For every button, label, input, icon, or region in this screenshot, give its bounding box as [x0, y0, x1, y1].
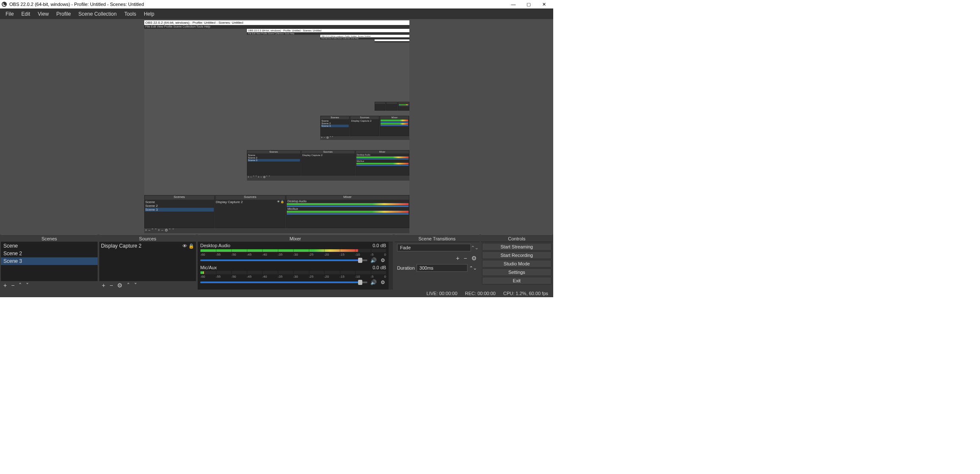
obs-logo-icon — [2, 2, 7, 7]
controls-header: Controls — [481, 234, 552, 242]
volume-slider[interactable] — [200, 282, 367, 283]
controls-panel: Controls Start Streaming Start Recording… — [481, 234, 552, 290]
scene-item[interactable]: Scene — [1, 242, 98, 250]
audio-meter — [200, 271, 386, 274]
close-button[interactable]: ✕ — [536, 0, 552, 8]
remove-source-button[interactable]: − — [109, 282, 113, 289]
mini-preview-1: OBS 22.0.2 (64-bit, windows) - Profile: … — [144, 29, 409, 195]
menu-file[interactable]: File — [2, 9, 17, 19]
mixer-panel: Mixer Desktop Audio 0.0 dB — [198, 234, 393, 290]
duration-label: Duration — [397, 265, 415, 270]
start-recording-button[interactable]: Start Recording — [482, 251, 552, 259]
mini-preview-4 — [375, 42, 409, 102]
scenes-toolbar: + − ˄ ˅ — [1, 281, 98, 290]
transition-properties-button[interactable]: ⚙ — [471, 255, 477, 262]
mini-tool-3: + − ⚙ ˄ ˅ — [320, 136, 409, 139]
obs-window: OBS 22.0.2 (64-bit, windows) - Profile: … — [0, 0, 553, 297]
mute-button-icon[interactable]: 🔊 — [370, 279, 377, 285]
duration-input[interactable]: 300ms — [417, 264, 468, 272]
add-scene-button[interactable]: + — [3, 282, 7, 289]
scenes-header: Scenes — [1, 234, 98, 242]
source-item[interactable]: Display Capture 2 👁 🔒 — [99, 242, 196, 250]
transition-value: Fade — [397, 244, 471, 251]
track-settings-icon[interactable]: ⚙ — [379, 279, 386, 285]
mini-preview-2: OBS 22.0.2 (64-bit, windows) - Profile: … — [247, 35, 409, 150]
mini-sources-hdr-3: Sources — [350, 116, 379, 119]
titlebar: OBS 22.0.2 (64-bit, windows) - Profile: … — [0, 0, 553, 8]
scene-down-button[interactable]: ˅ — [26, 282, 29, 289]
scene-item[interactable]: Scene 3 — [1, 257, 98, 265]
source-properties-button[interactable]: ⚙ — [117, 282, 123, 289]
menu-tools[interactable]: Tools — [120, 9, 140, 19]
mini-sources-hdr-1: Sources — [216, 195, 285, 200]
menu-view[interactable]: View — [34, 9, 53, 19]
sources-list[interactable]: Display Capture 2 👁 🔒 — [99, 242, 196, 281]
menu-scene-collection[interactable]: Scene Collection — [75, 9, 120, 19]
db-scale: -60-55-50-45-40-35-30-25-20-15-10-50 — [200, 253, 386, 257]
remove-transition-button[interactable]: − — [464, 255, 467, 262]
window-title: OBS 22.0.2 (64-bit, windows) - Profile: … — [9, 2, 506, 7]
mixer-scrollbar[interactable] — [389, 242, 393, 290]
mini-scenes-hdr-1: Scenes — [145, 195, 214, 200]
mini-title-1: OBS 22.0.2 (64-bit, windows) - Profile: … — [144, 20, 409, 25]
scene-item[interactable]: Scene 2 — [1, 250, 98, 257]
mini-tool-1: + − ˄ ˅ + − ⚙ ˄ ˅ — [144, 228, 409, 233]
transition-select[interactable]: Fade ⌃⌄ — [397, 244, 477, 251]
exit-button[interactable]: Exit — [482, 277, 552, 284]
start-streaming-button[interactable]: Start Streaming — [482, 243, 552, 251]
minimize-button[interactable]: — — [506, 0, 521, 8]
status-rec: REC: 00:00:00 — [465, 291, 496, 296]
scene-up-button[interactable]: ˄ — [19, 282, 22, 289]
track-settings-icon[interactable]: ⚙ — [379, 257, 386, 263]
add-transition-button[interactable]: + — [456, 255, 459, 262]
remove-scene-button[interactable]: − — [11, 282, 14, 289]
lock-toggle-icon[interactable]: 🔒 — [188, 243, 194, 249]
mini-mixer-hdr-1: Mixer — [286, 195, 409, 200]
maximize-button[interactable]: ▢ — [521, 0, 536, 8]
mute-button-icon[interactable]: 🔊 — [370, 257, 377, 263]
mini-menu-1: File Edit View Profile Scene Collection … — [144, 25, 409, 29]
scenes-list[interactable]: Scene Scene 2 Scene 3 — [1, 242, 98, 281]
track-name: Mic/Aux — [200, 265, 372, 270]
studio-mode-button[interactable]: Studio Mode — [482, 260, 552, 268]
spinbox-arrows-icon[interactable]: ⌃⌄ — [469, 265, 477, 271]
recursive-preview-2: OBS 22.0.2 (64-bit, windows) - Profile: … — [247, 29, 409, 181]
scenes-panel: Scenes Scene Scene 2 Scene 3 + − ˄ ˅ — [1, 234, 98, 290]
transitions-panel: Scene Transitions Fade ⌃⌄ + − ⚙ Duration… — [395, 234, 479, 290]
track-db: 0.0 dB — [372, 265, 386, 270]
menu-profile[interactable]: Profile — [53, 9, 75, 19]
menu-edit[interactable]: Edit — [17, 9, 34, 19]
chevron-down-icon: ⌃⌄ — [471, 245, 477, 251]
mini-sources-hdr-2: Sources — [302, 151, 355, 153]
mini-panels-3: Scenes Scene Scene 2 Scene 3 Sourc — [320, 116, 409, 136]
track-db: 0.0 dB — [372, 243, 386, 248]
bottom-panels: Scenes Scene Scene 2 Scene 3 + − ˄ ˅ Sou… — [0, 234, 553, 290]
add-source-button[interactable]: + — [102, 282, 105, 289]
volume-slider[interactable] — [200, 259, 367, 261]
track-name: Desktop Audio — [200, 243, 372, 248]
recursive-preview-4 — [375, 39, 409, 111]
mini-scenes-hdr-2: Scenes — [247, 151, 300, 153]
menu-help[interactable]: Help — [140, 9, 158, 19]
mini-mixer-hdr-2: Mixer — [356, 151, 409, 153]
mixer-track: Desktop Audio 0.0 dB -60-55-50-45-40-35-… — [198, 242, 389, 264]
source-down-button[interactable]: ˅ — [134, 282, 137, 289]
sources-header: Sources — [99, 234, 196, 242]
mixer-header: Mixer — [198, 234, 393, 242]
visibility-toggle-icon[interactable]: 👁 — [182, 243, 188, 248]
recursive-preview-3: OBS 22.0.2 (64-bit, windows) - Profile: … — [320, 35, 409, 140]
preview-content: OBS 22.0.2 (64-bit, windows) - Profile: … — [144, 20, 409, 233]
status-live: LIVE: 00:00:00 — [426, 291, 457, 296]
mini-mixer-hdr-3: Mixer — [380, 116, 409, 119]
transitions-header: Scene Transitions — [395, 234, 479, 242]
settings-button[interactable]: Settings — [482, 268, 552, 276]
preview-area[interactable]: OBS 22.0.2 (64-bit, windows) - Profile: … — [0, 19, 553, 234]
source-up-button[interactable]: ˄ — [127, 282, 130, 289]
mini-panels-2: Scenes Scene Scene 2 Scene 3 Sources Dis… — [247, 150, 409, 176]
recursive-preview-1: OBS 22.0.2 (64-bit, windows) - Profile: … — [144, 20, 409, 233]
mini-tool-2: + − ˄ ˅ + − ⚙ ˄ ˅ — [247, 176, 409, 180]
sources-panel: Sources Display Capture 2 👁 🔒 + − ⚙ ˄ ˅ — [99, 234, 196, 290]
db-scale: -60-55-50-45-40-35-30-25-20-15-10-50 — [200, 275, 386, 279]
audio-meter — [200, 249, 386, 252]
status-cpu: CPU: 1.2%, 60.00 fps — [503, 291, 548, 296]
